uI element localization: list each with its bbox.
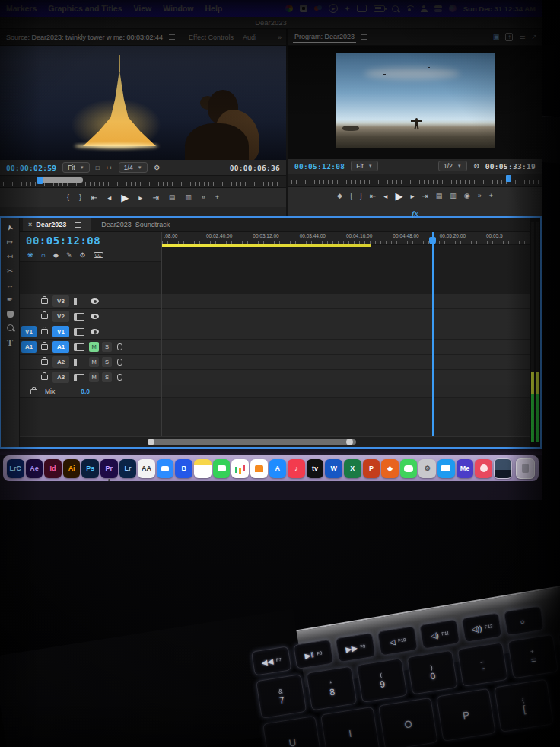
dock-me-app[interactable]: Me	[457, 459, 474, 478]
input-source-icon[interactable]	[300, 5, 307, 12]
dock-app-store[interactable]: A	[269, 459, 287, 478]
keyboard-key[interactable]: ◁)F11	[419, 619, 460, 649]
step-forward-button[interactable]: ▸	[138, 194, 142, 202]
video-clip[interactable]	[244, 325, 256, 338]
playhead-line[interactable]	[432, 232, 434, 436]
razor-tool[interactable]: ✂	[7, 267, 13, 275]
panel-menu-icon[interactable]	[75, 222, 81, 228]
program-zoom-select[interactable]: Fit▼	[351, 161, 377, 171]
lock-icon[interactable]	[41, 329, 48, 334]
playhead-handle[interactable]	[429, 237, 436, 244]
menu-item[interactable]: Help	[205, 4, 222, 13]
video-clip[interactable]	[425, 310, 432, 323]
siri-icon[interactable]	[449, 5, 457, 12]
dock-browser-b[interactable]: B	[175, 459, 192, 478]
toggle-track-output-icon[interactable]	[91, 329, 99, 334]
track-target-button[interactable]: A3	[52, 372, 69, 383]
video-clip[interactable]	[379, 310, 384, 323]
zoom-tool[interactable]	[7, 324, 14, 331]
dock-word[interactable]: W	[325, 459, 342, 478]
video-clip[interactable]	[259, 325, 269, 338]
video-clip[interactable]	[406, 310, 412, 323]
tab-sequence-dear2023[interactable]: × Dear2023	[23, 218, 91, 231]
keyboard-key[interactable]: ▶‖F8	[293, 640, 333, 669]
video-clip[interactable]	[302, 325, 312, 338]
source-resolution-select[interactable]: 1/4▼	[119, 162, 148, 173]
toggle-track-output-icon[interactable]	[91, 314, 99, 319]
dock-font-book[interactable]: AA	[138, 459, 155, 478]
overwrite-button[interactable]: ▥	[185, 194, 192, 201]
source-playhead[interactable]	[37, 177, 43, 184]
source-tab[interactable]: Source: Dear2023: twinkly tower w me: 00…	[5, 31, 164, 43]
dock-orange-app[interactable]: ◆	[381, 459, 399, 478]
audio-clip[interactable]	[322, 356, 326, 369]
video-clip[interactable]	[370, 325, 377, 338]
lane-v1[interactable]	[162, 324, 530, 340]
app-pinwheel-icon[interactable]	[285, 5, 293, 12]
toggle-track-output-icon[interactable]	[91, 298, 99, 304]
keyboard-key[interactable]: ◁))F12	[462, 613, 502, 643]
menu-item[interactable]: Markers	[6, 4, 37, 13]
track-target-button[interactable]: A2	[52, 356, 69, 368]
lane-a2[interactable]	[162, 355, 530, 370]
program-video-frame[interactable]	[288, 46, 542, 159]
go-to-in-button[interactable]: ⇤	[91, 194, 97, 202]
play-circle-icon[interactable]: ▶	[329, 4, 338, 13]
video-clip[interactable]	[173, 310, 177, 323]
keyboard-key[interactable]: _-	[457, 642, 508, 687]
dock-excel[interactable]: X	[344, 459, 361, 478]
timeline-current-time[interactable]: 00:05:12:08	[26, 235, 100, 247]
more-buttons[interactable]: »	[202, 194, 205, 201]
menu-item[interactable]: Window	[163, 4, 193, 13]
mix-level-value[interactable]: 0.0	[81, 388, 90, 395]
sync-lock-icon[interactable]	[74, 343, 84, 351]
audio-clip[interactable]	[214, 356, 218, 369]
spotlight-icon[interactable]	[392, 5, 399, 12]
video-clip[interactable]	[392, 310, 402, 323]
lock-icon[interactable]	[41, 359, 48, 365]
dock-separator[interactable]	[514, 460, 514, 477]
scrollbar-zoom-handle-right[interactable]	[346, 439, 353, 445]
keyboard-key[interactable]: I	[320, 707, 380, 747]
keyboard-key[interactable]: *8	[306, 666, 357, 711]
play-button[interactable]: ▶	[121, 193, 129, 203]
source-patch-button[interactable]	[21, 372, 37, 383]
keyboard-key[interactable]: )0	[407, 650, 458, 695]
step-back-button[interactable]: ◂	[107, 194, 111, 202]
scrollbar-thumb[interactable]	[152, 439, 356, 445]
video-clip[interactable]	[335, 310, 341, 323]
program-scrub-bar[interactable]	[288, 174, 542, 187]
dock-indesign[interactable]: Id	[44, 459, 62, 478]
timeline-scrollbar[interactable]	[20, 436, 530, 447]
sync-lock-icon[interactable]	[74, 359, 84, 366]
video-clip[interactable]	[192, 325, 202, 338]
dock-zoom[interactable]	[157, 459, 174, 478]
timeline-lanes[interactable]: :08:0000:02:40:0000:03:12:0000:03:44:000…	[162, 232, 530, 436]
dock-lightroom-classic[interactable]: LrC	[7, 459, 24, 478]
add-button[interactable]: +	[489, 193, 493, 200]
video-clip[interactable]	[258, 310, 263, 323]
sync-lock-icon[interactable]	[74, 298, 84, 305]
keyboard-key[interactable]: P	[436, 688, 496, 742]
video-clip[interactable]	[378, 325, 385, 338]
play-button[interactable]: ▶	[395, 191, 402, 201]
video-clip[interactable]	[202, 325, 212, 338]
video-clip[interactable]	[457, 310, 460, 323]
lock-icon[interactable]	[41, 375, 48, 380]
mark-out-button[interactable]: }	[360, 193, 362, 200]
program-tab[interactable]: Program: Dear2023	[293, 30, 356, 43]
lane-a3[interactable]	[162, 370, 530, 385]
export-frame-button[interactable]: ◉	[464, 193, 470, 200]
linked-selection-icon[interactable]: ✳	[27, 251, 33, 259]
mute-button[interactable]: M	[89, 372, 99, 382]
dock-facetime[interactable]	[213, 459, 231, 478]
ripple-edit-tool[interactable]: ↤	[7, 253, 13, 260]
lane-v2[interactable]	[162, 309, 530, 324]
dock-screenshot-preview[interactable]	[494, 458, 513, 479]
wrench-icon[interactable]: ⚙	[80, 251, 86, 259]
keyboard-key[interactable]: &7	[256, 674, 307, 719]
dock-music[interactable]: ♪	[288, 459, 305, 478]
close-tab-icon[interactable]: ×	[28, 221, 32, 228]
menu-extra-icon[interactable]: ✦	[345, 5, 350, 12]
track-target-button[interactable]: V1	[52, 326, 69, 337]
